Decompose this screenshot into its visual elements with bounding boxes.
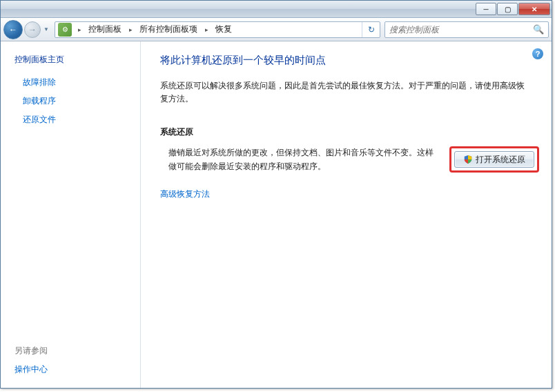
maximize-button[interactable]: ▢ [497, 3, 518, 15]
sidebar-link-uninstall[interactable]: 卸载程序 [23, 95, 135, 107]
button-label: 打开系统还原 [476, 154, 525, 166]
search-box[interactable]: 🔍 [384, 21, 549, 38]
see-also-action-center[interactable]: 操作中心 [14, 364, 135, 375]
crumb-item[interactable]: 恢复 [211, 22, 236, 37]
titlebar: ─ ▢ ✕ [1, 1, 552, 18]
crumb-arrow-icon[interactable]: ▸ [75, 22, 84, 37]
intro-text: 系统还原可以解决很多系统问题，因此是首先尝试的最佳恢复方法。对于严重的问题，请使… [160, 79, 539, 106]
crumb-arrow-icon[interactable]: ▸ [202, 22, 211, 37]
control-panel-icon: ⚙ [58, 23, 72, 37]
sidebar-link-troubleshoot[interactable]: 故障排除 [23, 77, 135, 88]
search-input[interactable] [389, 25, 533, 35]
close-button[interactable]: ✕ [518, 3, 550, 15]
nav-buttons: ← → ▼ [3, 20, 50, 39]
address-bar[interactable]: ⚙ ▸ 控制面板 ▸ 所有控制面板项 ▸ 恢复 ↻ [55, 21, 380, 38]
minimize-button[interactable]: ─ [476, 3, 496, 15]
restore-description: 撤销最近对系统所做的更改，但保持文档、图片和音乐等文件不变。这样做可能会删除最近… [160, 146, 438, 173]
refresh-button[interactable]: ↻ [362, 22, 380, 37]
window: ─ ▢ ✕ ← → ▼ ⚙ ▸ 控制面板 ▸ 所有控制面板项 ▸ 恢复 ↻ 🔍 [0, 0, 552, 389]
crumb-item[interactable]: 控制面板 [84, 22, 126, 37]
crumb-item[interactable]: 所有控制面板项 [135, 22, 202, 37]
see-also-header: 另请参阅 [14, 345, 135, 357]
help-icon[interactable]: ? [532, 48, 543, 59]
page-title: 将此计算机还原到一个较早的时间点 [160, 54, 539, 67]
highlight-annotation: 打开系统还原 [449, 146, 539, 173]
restore-row: 撤销最近对系统所做的更改，但保持文档、图片和音乐等文件不变。这样做可能会删除最近… [160, 146, 539, 173]
search-icon: 🔍 [533, 24, 544, 35]
control-panel-home-link[interactable]: 控制面板主页 [14, 54, 135, 66]
sidebar: 控制面板主页 故障排除 卸载程序 还原文件 另请参阅 操作中心 [1, 41, 141, 388]
forward-button[interactable]: → [24, 21, 41, 38]
content-area: 控制面板主页 故障排除 卸载程序 还原文件 另请参阅 操作中心 ? 将此计算机还… [1, 41, 552, 388]
open-system-restore-button[interactable]: 打开系统还原 [454, 151, 534, 168]
main-panel: ? 将此计算机还原到一个较早的时间点 系统还原可以解决很多系统问题，因此是首先尝… [141, 41, 552, 388]
uac-shield-icon [463, 155, 473, 164]
nav-toolbar: ← → ▼ ⚙ ▸ 控制面板 ▸ 所有控制面板项 ▸ 恢复 ↻ 🔍 [1, 18, 552, 41]
sidebar-link-restore-files[interactable]: 还原文件 [23, 114, 135, 126]
crumb-arrow-icon[interactable]: ▸ [126, 22, 135, 37]
breadcrumb: 控制面板 ▸ 所有控制面板项 ▸ 恢复 [84, 22, 362, 37]
section-heading: 系统还原 [160, 126, 539, 138]
back-button[interactable]: ← [3, 20, 23, 39]
window-buttons: ─ ▢ ✕ [475, 3, 550, 15]
nav-history-dropdown[interactable]: ▼ [42, 22, 50, 37]
advanced-recovery-link[interactable]: 高级恢复方法 [160, 188, 210, 200]
